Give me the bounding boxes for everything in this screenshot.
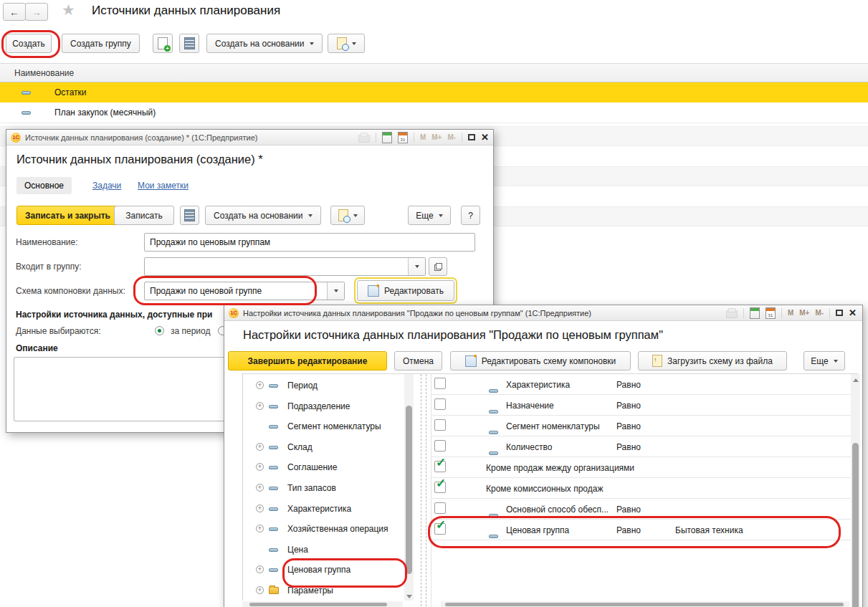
close-icon[interactable]: ✕ <box>481 133 489 142</box>
condition-row[interactable]: ✓ Характеристика Равно <box>431 374 851 395</box>
checkbox[interactable]: ✓ <box>434 461 446 472</box>
tree-item[interactable]: + Соглашение <box>243 457 404 477</box>
memory-plus-button[interactable]: M+ <box>431 133 442 141</box>
tree-item[interactable]: + Период <box>243 376 404 396</box>
save-close-button[interactable]: Записать и закрыть <box>16 206 119 225</box>
expand-icon[interactable]: + <box>256 463 264 471</box>
condition-row[interactable]: ✓ Основной способ обесп... Равно <box>431 499 851 520</box>
expand-icon[interactable]: + <box>256 505 264 512</box>
reports-button[interactable] <box>330 206 365 225</box>
checkbox[interactable]: ✓ <box>434 419 446 431</box>
calculator-icon[interactable] <box>382 132 392 143</box>
forward-button[interactable]: → <box>25 3 48 21</box>
checkbox[interactable]: ✓ <box>434 440 446 451</box>
tree-horizontal-scrollbar[interactable] <box>242 601 403 607</box>
edit-composition-schema-button[interactable]: Редактировать схему компоновки <box>450 351 631 371</box>
conditions-horizontal-scrollbar[interactable] <box>441 601 849 607</box>
condition-row[interactable]: ✓ Кроме комиссионных продаж <box>431 478 851 499</box>
tab-tasks[interactable]: Задачи <box>92 177 121 194</box>
checkbox[interactable]: ✓ <box>434 482 446 493</box>
dropdown-button[interactable] <box>408 258 425 275</box>
calendar-icon[interactable]: 31 <box>766 307 776 319</box>
tree-item[interactable]: + Параметры <box>243 580 404 601</box>
create-window-titlebar[interactable]: 1С Источник данных планирования (создани… <box>6 130 493 145</box>
back-button[interactable]: ← <box>3 3 26 21</box>
more-button[interactable]: Еще <box>408 206 451 225</box>
open-group-button[interactable] <box>429 257 447 276</box>
load-schema-button[interactable]: Загрузить схему из файла <box>638 351 787 371</box>
tree-item[interactable]: + Ценовая группа <box>243 560 404 580</box>
condition-row[interactable]: ✓ Ценовая группа Равно Бытовая техника <box>431 520 851 540</box>
expand-icon[interactable]: + <box>256 525 264 532</box>
table-row-plan[interactable]: План закупок (месячный) <box>0 102 868 123</box>
calendar-icon[interactable]: 31 <box>398 132 408 143</box>
memory-minus-button[interactable]: M- <box>447 133 456 141</box>
table-header[interactable]: Наименование <box>0 63 868 82</box>
tree-item[interactable]: + Подразделение <box>243 396 404 416</box>
memory-button[interactable]: M <box>420 133 426 141</box>
finish-editing-button[interactable]: Завершить редактирование <box>228 351 387 371</box>
tree-item[interactable]: + Характеристика <box>243 499 404 519</box>
tree-item[interactable]: + Склад <box>243 437 404 457</box>
checkbox[interactable]: ✓ <box>434 523 446 535</box>
favorite-star-icon[interactable]: ★ <box>62 1 75 19</box>
panel-splitter[interactable] <box>421 374 421 607</box>
checkbox[interactable]: ✓ <box>434 378 446 389</box>
more-button[interactable]: Еще <box>803 351 845 371</box>
conditions-vertical-scrollbar[interactable] <box>851 374 860 607</box>
list-settings-button[interactable] <box>180 206 199 225</box>
maximize-icon[interactable] <box>468 134 475 140</box>
create-button[interactable]: Создать <box>6 34 52 53</box>
copy-item-button[interactable] <box>153 34 173 53</box>
schema-input[interactable]: Продажи по ценовой группе <box>144 282 345 300</box>
create-group-button[interactable]: Создать группу <box>62 34 140 53</box>
edit-schema-button[interactable]: Редактировать <box>357 280 454 301</box>
scrollbar-thumb[interactable] <box>249 603 387 606</box>
scroll-down-icon[interactable] <box>406 595 412 598</box>
tree-item[interactable]: + Хозяйственная операция <box>243 519 404 539</box>
table-row-ostatki[interactable]: Остатки <box>0 82 868 102</box>
create-based-on-button[interactable]: Создать на основании <box>206 34 323 53</box>
memory-button[interactable]: M <box>788 309 793 317</box>
tree-vertical-scrollbar[interactable] <box>404 374 414 601</box>
reports-button[interactable] <box>328 34 365 53</box>
tree-item[interactable]: + Цена <box>243 540 404 560</box>
list-settings-button[interactable] <box>179 34 199 53</box>
help-button[interactable]: ? <box>461 206 480 225</box>
cancel-button[interactable]: Отмена <box>394 351 442 371</box>
maximize-icon[interactable] <box>836 310 843 316</box>
radio-period[interactable] <box>155 326 164 335</box>
settings-window-titlebar[interactable]: 1С Настройки источника данных планирован… <box>224 305 862 321</box>
save-button[interactable]: Записать <box>114 206 174 225</box>
condition-row[interactable]: ✓ Назначение Равно <box>431 395 851 416</box>
memory-plus-button[interactable]: M+ <box>799 309 809 317</box>
tree-item[interactable]: + Тип запасов <box>243 478 404 498</box>
print-icon[interactable] <box>726 310 738 318</box>
group-input[interactable] <box>144 257 426 276</box>
condition-row[interactable]: ✓ Количество Равно <box>431 436 851 457</box>
tab-main[interactable]: Основное <box>16 177 72 194</box>
expand-icon[interactable]: + <box>256 443 264 451</box>
scrollbar-thumb[interactable] <box>852 443 859 607</box>
calculator-icon[interactable] <box>750 307 760 319</box>
expand-icon[interactable]: + <box>256 586 264 594</box>
memory-minus-button[interactable]: M- <box>815 309 824 317</box>
condition-row[interactable]: ✓ Кроме продаж между организациями <box>431 457 851 478</box>
checkbox[interactable]: ✓ <box>434 398 446 410</box>
create-based-on-button[interactable]: Создать на основании <box>205 206 321 225</box>
tree-item[interactable]: + Сегмент номенклатуры <box>243 416 404 436</box>
condition-row[interactable]: ✓ Сегмент номенклатуры Равно <box>431 416 851 436</box>
expand-icon[interactable]: + <box>256 402 264 410</box>
expand-icon[interactable]: + <box>256 381 264 389</box>
scrollbar-thumb[interactable] <box>406 406 412 574</box>
close-icon[interactable]: ✕ <box>849 308 857 317</box>
scroll-up-icon[interactable] <box>853 378 859 382</box>
panel-splitter[interactable] <box>426 374 426 607</box>
checkbox[interactable]: ✓ <box>434 502 446 514</box>
dropdown-button[interactable] <box>327 282 344 300</box>
tab-notes[interactable]: Мои заметки <box>138 177 189 194</box>
scrollbar-thumb[interactable] <box>445 603 844 606</box>
expand-icon[interactable]: + <box>256 565 264 573</box>
print-icon[interactable] <box>358 135 370 143</box>
name-input[interactable]: Продажи по ценовым группам <box>144 233 475 252</box>
